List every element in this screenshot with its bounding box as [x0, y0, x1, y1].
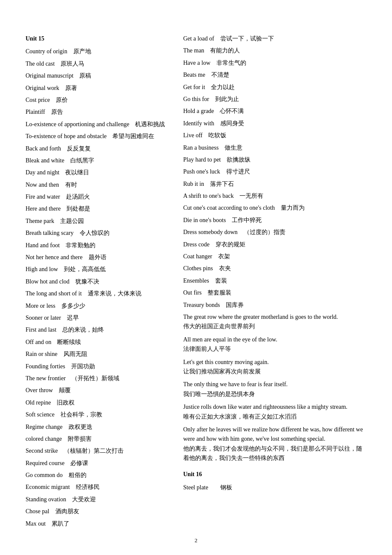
list-item: The old cast 原班人马 [26, 59, 170, 69]
list-item: Not her hence and there 题外语 [26, 253, 170, 262]
list-item: colored change 附带损害 [26, 434, 170, 444]
list-item: Die in one's boots 工作中猝死 [183, 216, 366, 225]
right-column: Get a load of 尝试一下，试验一下The man 有能力的人Have… [179, 34, 366, 531]
list-item: Ran a business 做生意 [183, 143, 366, 153]
list-item: Treasury bonds 国库券 [183, 301, 366, 310]
unit16-section: Unit 16 Steel plate 钢板 [183, 470, 366, 492]
list-item: Dress code 穿衣的规矩 [183, 240, 366, 249]
list-item: Original manuscript 原稿 [26, 71, 170, 81]
list-item: Play hard to pet 欲擒故纵 [183, 155, 366, 165]
list-item: Breath talking scary 令人惊叹的 [26, 228, 170, 238]
list-item: Hold a grade 心怀不满 [183, 107, 366, 116]
list-item: Beats me 不清楚 [183, 70, 366, 80]
list-item: Plaintiff 原告 [26, 107, 170, 117]
list-item: The long and short of it 通常来说，大体来说 [26, 289, 170, 298]
main-content: Unit 15 Country of origin 原产地The old cas… [26, 34, 366, 531]
list-item: Now and then 有时 [26, 180, 170, 190]
list-item: Original work 原著 [26, 84, 170, 93]
list-item: Coat hanger 衣架 [183, 252, 366, 261]
list-item: Max out 累趴了 [26, 519, 170, 529]
list-item: Ensembles 套装 [183, 276, 366, 286]
list-item: Cut one's coat according to one's cloth … [183, 203, 366, 213]
list-item: Go common do 粗俗的 [26, 471, 170, 480]
list-item: Sooner or later 迟早 [26, 313, 170, 323]
list-item: High and low 到处，高高低低 [26, 265, 170, 274]
list-item: To-existence of hope and obstacle 希望与困难同… [26, 132, 170, 141]
page-number: 2 [195, 537, 198, 544]
list-item: More or less 多多少少 [26, 301, 170, 311]
list-item: Required course 必修课 [26, 459, 170, 468]
list-item: The new frontier （开拓性）新领域 [26, 374, 170, 383]
list-item: Push one's luck 得寸进尺 [183, 167, 366, 176]
list-item: Live off 吃软饭 [183, 131, 366, 140]
list-item: Here and there 到处都是 [26, 204, 170, 214]
unit16-title: Unit 16 [183, 470, 366, 479]
list-item: Soft science 社会科学，宗教 [26, 410, 170, 419]
list-item: Have a low 非常生气的 [183, 58, 366, 68]
list-item: Fire and water 赴汤蹈火 [26, 192, 170, 202]
list-item: Economic migrant 经济移民 [26, 483, 170, 492]
unit16-items: Steel plate 钢板 [183, 483, 366, 492]
list-item: Over throw 颠覆 [26, 386, 170, 395]
list-item: Let's get this country moving again.让我们推… [183, 358, 366, 377]
list-item: Country of origin 原产地 [26, 47, 170, 56]
list-item: Cost price 原价 [26, 95, 170, 105]
list-item: Out firs 整套服装 [183, 288, 366, 298]
list-item: Standing ovation 大受欢迎 [26, 495, 170, 504]
list-item: Founding forties 开国功勋 [26, 362, 170, 371]
list-item: The great row where the greater motherla… [183, 312, 366, 332]
top-right-items: Get a load of 尝试一下，试验一下The man 有能力的人Have… [183, 34, 366, 310]
list-item: Get for it 全力以赴 [183, 83, 366, 92]
list-item: Blow hot and clod 犹豫不决 [26, 277, 170, 286]
list-item: Chose pal 酒肉朋友 [26, 507, 170, 516]
list-item: Rain or shine 风雨无阻 [26, 350, 170, 359]
list-item: First and last 总的来说，始终 [26, 325, 170, 335]
list-item: Lo-existence of apportioning and challen… [26, 120, 170, 129]
unit15-title: Unit 15 [26, 34, 170, 43]
list-item: Theme park 主题公园 [26, 217, 170, 226]
list-item: Off and on 断断续续 [26, 338, 170, 347]
list-item: Rub it in 落井下石 [183, 179, 366, 189]
list-item: The only thing we have to fear is fear i… [183, 380, 366, 399]
list-item: Identify with 感同身受 [183, 119, 366, 128]
list-item: The man 有能力的人 [183, 46, 366, 55]
list-item: A shrift to one's back 一无所有 [183, 191, 366, 201]
list-item: Clothes pins 衣夹 [183, 264, 366, 273]
list-item: Steel plate 钢板 [183, 483, 366, 492]
list-item: Second strike （核辐射）第二次打击 [26, 446, 170, 456]
list-item: Justice rolls down like water and righte… [183, 402, 366, 422]
page-container: Unit 15 Country of origin 原产地The old cas… [0, 0, 392, 555]
list-item: Back and forth 反反复复 [26, 144, 170, 153]
long-texts: The great row where the greater motherla… [183, 312, 366, 463]
list-item: Old repine 旧政权 [26, 398, 170, 408]
list-item: Only after he leaves will we realize how… [183, 425, 366, 463]
left-column: Unit 15 Country of origin 原产地The old cas… [26, 34, 179, 531]
list-item: Get a load of 尝试一下，试验一下 [183, 34, 366, 43]
list-item: Regime change 政权更迭 [26, 422, 170, 432]
list-item: Go this for 到此为止 [183, 95, 366, 104]
list-item: Day and night 夜以继日 [26, 168, 170, 177]
list-item: Bleak and white 白纸黑字 [26, 156, 170, 165]
list-item: Dress somebody down （过度的）指责 [183, 228, 366, 237]
list-item: All men are equal in the eye of the low.… [183, 335, 366, 354]
unit15-items: Country of origin 原产地The old cast 原班人马Or… [26, 47, 170, 529]
list-item: Hand and foot 非常勤勉的 [26, 241, 170, 250]
